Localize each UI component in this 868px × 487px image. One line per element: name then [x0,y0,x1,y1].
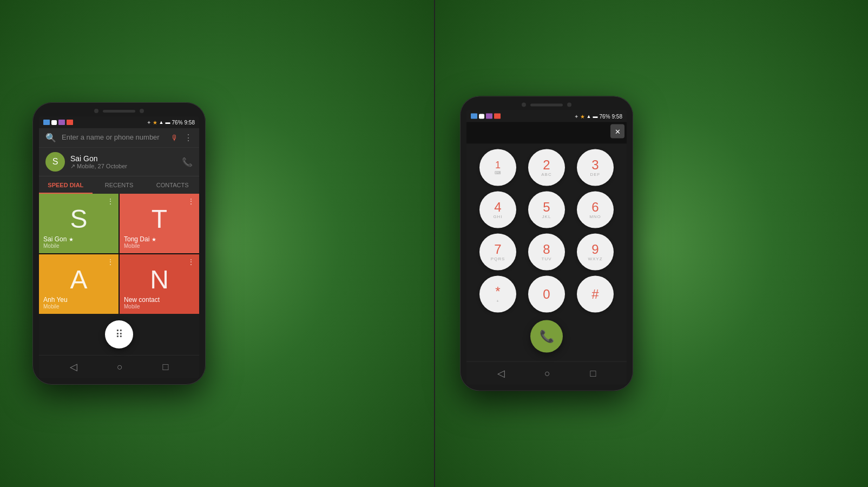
screen-right: ✦ ★ ▲ ▬ 76% 9:58 ✕ 1 ⌨ [466,110,627,385]
phone-right: ✦ ★ ▲ ▬ 76% 9:58 ✕ 1 ⌨ [455,96,639,391]
center-divider [434,0,435,487]
call-back-icon[interactable]: 📞 [182,157,193,167]
cell-menu-a[interactable]: ⋮ [107,258,114,266]
status-icons-right-r: ✦ ★ ▲ ▬ 76% 9:58 [574,113,622,119]
battery-percent-r: 76% [600,113,610,119]
sub-7: PQRS [491,256,505,261]
dial-key-star[interactable]: * + [479,276,516,313]
dial-key-7[interactable]: 7 PQRS [479,234,516,271]
tab-contacts[interactable]: CONTACTS [146,176,199,194]
bluetooth-icon: ✦ [147,120,151,126]
camera-right-r [567,103,571,107]
status-icons-left [43,120,73,125]
digit-1: 1 [495,160,501,170]
mic-icon[interactable]: 🎙 [171,134,179,142]
cell-menu-s[interactable]: ⋮ [107,197,114,206]
battery-signal-icon: ▬ [166,120,170,125]
digit-star: * [495,285,500,298]
status-icons-left-r [471,114,501,119]
tab-recents[interactable]: RECENTS [93,176,146,194]
speed-dial-cell-a[interactable]: ⋮ A Anh Yeu Mobile [39,254,119,314]
search-bar[interactable]: 🔍 Enter a name or phone number 🎙 ⋮ [39,128,199,147]
digit-0: 0 [543,287,550,300]
star-t: ★ [152,236,156,242]
recent-call-item[interactable]: S Sai Gon ↗ Mobile, 27 October 📞 [39,147,199,176]
dial-key-3[interactable]: 3 DEF [577,149,614,186]
sub-3: DEF [590,172,601,177]
cell-bottom-a: Anh Yeu Mobile [43,296,68,310]
digit-hash: # [591,287,599,300]
phone-body-left: ✦ ★ ▲ ▬ 76% 9:58 🔍 Enter a name or phone… [32,102,206,385]
fab-area: ⠿ [39,314,199,355]
cell-name-s: Sai Gon ★ [43,235,74,243]
battery-signal-icon-r: ▬ [593,114,598,119]
cell-name-t: Tong Dai ★ [124,235,156,243]
cell-sub-n: Mobile [124,304,160,310]
dialer-close-area: ✕ [466,122,627,143]
call-button[interactable]: 📞 [530,320,563,353]
nav-home[interactable]: ○ [117,361,123,373]
nav-back-r[interactable]: ◁ [497,367,505,379]
dial-key-1[interactable]: 1 ⌨ [479,149,516,186]
status-icon-r4 [494,114,501,119]
cell-letter-t: T [152,204,167,234]
digit-3: 3 [591,159,599,172]
status-icon-1 [43,120,50,125]
phone-top-hardware-right [466,103,627,107]
speed-dial-cell-s[interactable]: ⋮ S Sai Gon ★ Mobile [39,194,119,253]
more-options-icon[interactable]: ⋮ [184,133,193,143]
cell-bottom-n: New contact Mobile [124,296,160,310]
nav-recent[interactable]: □ [162,361,168,373]
cell-menu-t[interactable]: ⋮ [187,197,195,206]
status-bar-left: ✦ ★ ▲ ▬ 76% 9:58 [39,116,199,128]
dial-key-2[interactable]: 2 ABC [528,149,565,186]
camera-left [94,109,98,113]
speed-dial-grid: ⋮ S Sai Gon ★ Mobile ⋮ T Tong Dai ★ Mobi… [39,194,199,314]
phone-body-right: ✦ ★ ▲ ▬ 76% 9:58 ✕ 1 ⌨ [460,96,633,391]
cell-name-n: New contact [124,296,160,304]
digit-2: 2 [543,159,550,172]
contact-avatar-s: S [45,152,65,172]
dial-key-4[interactable]: 4 GHI [479,192,516,228]
tab-speed-dial[interactable]: SPEED DIAL [39,176,93,194]
status-icon-r3 [486,114,492,119]
battery-percent: 76% [172,120,183,126]
contact-detail: ↗ Mobile, 27 October [70,163,176,170]
cell-letter-s: S [70,204,87,234]
sub-8: TUV [542,256,552,261]
speaker [103,110,135,113]
sub-star: + [496,299,499,304]
cell-letter-a: A [70,265,87,294]
dial-key-5[interactable]: 5 JKL [528,192,565,228]
cell-sub-s: Mobile [43,243,74,249]
dial-key-hash[interactable]: # [577,276,614,313]
speed-dial-cell-t[interactable]: ⋮ T Tong Dai ★ Mobile [120,194,199,253]
contact-info: Sai Gon ↗ Mobile, 27 October [70,154,176,170]
nav-back[interactable]: ◁ [70,361,77,373]
star-icon-r: ★ [580,113,585,119]
tabs-bar: SPEED DIAL RECENTS CONTACTS [39,176,199,194]
speed-dial-cell-n[interactable]: ⋮ N New contact Mobile [120,254,199,314]
dial-key-0[interactable]: 0 [528,276,565,313]
digit-4: 4 [494,201,501,214]
star-icon: ★ [153,120,157,126]
dial-pad-fab[interactable]: ⠿ [105,320,133,348]
screen-left: ✦ ★ ▲ ▬ 76% 9:58 🔍 Enter a name or phone… [39,116,199,378]
nav-home-r[interactable]: ○ [544,367,550,379]
cell-menu-n[interactable]: ⋮ [187,258,195,266]
status-bar-right: ✦ ★ ▲ ▬ 76% 9:58 [466,110,627,122]
time-display-r: 9:58 [612,113,622,119]
close-dialer-button[interactable]: ✕ [610,124,624,139]
dial-key-9[interactable]: 9 WXYZ [577,234,614,271]
camera-left-r [522,103,526,107]
nav-recent-r[interactable]: □ [590,367,596,379]
search-placeholder[interactable]: Enter a name or phone number [62,133,166,142]
sub-2: ABC [541,172,551,177]
cell-bottom-t: Tong Dai ★ Mobile [124,235,156,249]
dial-key-8[interactable]: 8 TUV [528,234,565,271]
cell-name-a: Anh Yeu [43,296,68,304]
nav-bar-right: ◁ ○ □ [466,361,627,385]
digit-5: 5 [543,201,550,214]
dial-key-6[interactable]: 6 MNO [577,192,614,228]
status-icon-4 [67,120,73,125]
